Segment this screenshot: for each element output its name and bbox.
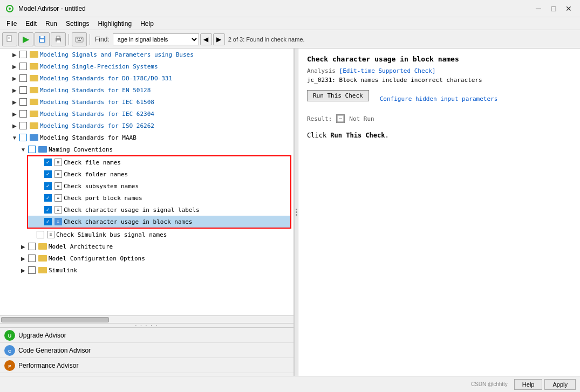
checkbox-6[interactable]	[19, 122, 27, 129]
expand-icon-16[interactable]: ▶	[19, 243, 27, 250]
expand-icon-2[interactable]: ▶	[11, 74, 18, 82]
doc-icon-11: ≡	[54, 182, 62, 190]
h-scroll-thumb[interactable]	[1, 317, 109, 322]
close-button[interactable]: ✕	[562, 3, 576, 14]
menu-highlighting[interactable]: Highlighting	[93, 19, 136, 29]
checkbox-14[interactable]	[44, 218, 52, 225]
checkbox-17[interactable]	[28, 255, 36, 262]
checkbox-4[interactable]	[19, 98, 27, 106]
expand-icon-17[interactable]: ▶	[19, 255, 27, 262]
find-result: 2 of 3: Found in check name.	[228, 36, 305, 43]
upgrade-advisor-icon: U	[4, 330, 15, 341]
menu-edit[interactable]: Edit	[21, 19, 41, 29]
expand-icon-3[interactable]: ▶	[11, 86, 18, 94]
checkbox-2[interactable]	[19, 74, 27, 82]
new-button[interactable]	[2, 32, 17, 46]
tree-item-3[interactable]: ▶ Modeling Standards for EN 50128	[0, 84, 294, 96]
folder-icon-18	[38, 267, 47, 273]
checkbox-3[interactable]	[19, 86, 27, 94]
checkbox-10[interactable]	[44, 170, 52, 178]
checkbox-12[interactable]	[44, 194, 52, 202]
svg-rect-15	[78, 40, 81, 41]
checkbox-18[interactable]	[28, 266, 36, 274]
run-this-check-button[interactable]: Run This Check	[307, 90, 369, 101]
print-button[interactable]	[51, 32, 66, 46]
expand-icon-7[interactable]: ▼	[11, 134, 18, 141]
checkbox-16[interactable]	[28, 243, 36, 250]
upgrade-advisor-item[interactable]: U Upgrade Advisor	[0, 328, 294, 343]
tree-item-18[interactable]: ▶ Simulink	[0, 264, 294, 276]
check-title: Check character usage in block names	[307, 55, 571, 63]
checkbox-8[interactable]	[28, 146, 36, 153]
menu-file[interactable]: File	[2, 19, 21, 29]
checkbox-7[interactable]	[19, 134, 27, 141]
expand-icon-5[interactable]: ▶	[11, 110, 18, 118]
expand-icon-18[interactable]: ▶	[19, 266, 27, 274]
code-gen-advisor-item[interactable]: C Code Generation Advisor	[0, 343, 294, 358]
expand-icon-1[interactable]: ▶	[11, 63, 18, 70]
toolbar-separator-1	[69, 34, 69, 45]
code-gen-advisor-icon: C	[4, 345, 15, 356]
tree-item-6[interactable]: ▶ Modeling Standards for ISO 26262	[0, 120, 294, 132]
tree-item-8[interactable]: ▼ Naming Conventions	[0, 143, 294, 155]
save-button[interactable]	[35, 32, 50, 46]
tree-label-13: Check character usage in signal labels	[64, 207, 200, 214]
perf-advisor-item[interactable]: P Performance Advisor	[0, 358, 294, 373]
tree-item-11[interactable]: ▶ ≡ Check subsystem names	[28, 180, 290, 192]
checkbox-9[interactable]	[44, 159, 52, 166]
tree-item-17[interactable]: ▶ Model Configuration Options	[0, 252, 294, 264]
folder-icon-16	[38, 243, 47, 250]
tree-item-12[interactable]: ▶ ≡ Check port block names	[28, 192, 290, 204]
expand-icon-4[interactable]: ▶	[11, 98, 18, 106]
help-button[interactable]: Help	[514, 379, 543, 390]
checkbox-1[interactable]	[19, 63, 27, 70]
expand-icon-6[interactable]: ▶	[11, 122, 18, 129]
expand-icon-0[interactable]: ▶	[11, 51, 18, 58]
tree-item-5[interactable]: ▶ Modeling Standards for IEC 62304	[0, 108, 294, 120]
tree-item-2[interactable]: ▶ Modeling Standards for DO-178C/DO-331	[0, 72, 294, 84]
tree-item-7[interactable]: ▼ Modeling Standards for MAAB	[0, 132, 294, 143]
checkbox-11[interactable]	[44, 182, 52, 190]
menu-settings[interactable]: Settings	[62, 19, 93, 29]
folder-icon-5	[30, 111, 38, 117]
click-run-end: .	[385, 132, 389, 139]
keyboard-button[interactable]	[72, 32, 87, 46]
tree-item-16[interactable]: ▶ Model Architecture	[0, 240, 294, 252]
tree-item-14[interactable]: ▶ ≡ Check character usage in block names	[28, 216, 290, 228]
tree-label-6: Modeling Standards for ISO 26262	[40, 122, 154, 129]
maximize-button[interactable]: □	[547, 3, 561, 14]
checkbox-5[interactable]	[19, 110, 27, 118]
menu-run[interactable]: Run	[41, 19, 62, 29]
tree-item-4[interactable]: ▶ Modeling Standards for IEC 61508	[0, 96, 294, 108]
run-button[interactable]: ▶	[18, 32, 33, 46]
drag-handle[interactable]: · · · · ·	[0, 323, 294, 327]
tree-item-10[interactable]: ▶ ≡ Check folder names	[28, 168, 290, 180]
tree-item-9[interactable]: ▶ ≡ Check file names	[28, 156, 290, 168]
expand-icon-8[interactable]: ▼	[19, 146, 27, 153]
tree-label-0: Modeling Signals and Parameters using Bu…	[40, 51, 194, 58]
tree-item-0[interactable]: ▶ Modeling Signals and Parameters using …	[0, 49, 294, 60]
tree-area[interactable]: ▶ Modeling Signals and Parameters using …	[0, 49, 294, 315]
tree-item-13[interactable]: ▶ ≡ Check character usage in signal labe…	[28, 204, 290, 216]
configure-link[interactable]: Configure hidden input parameters	[380, 95, 498, 102]
tree-label-18: Simulink	[49, 267, 77, 274]
menu-help[interactable]: Help	[136, 19, 158, 29]
menu-bar: File Edit Run Settings Highlighting Help	[0, 17, 580, 30]
find-prev-button[interactable]: ◀	[200, 33, 212, 45]
find-dropdown[interactable]: age in signal labels	[113, 33, 199, 45]
tree-item-1[interactable]: ▶ Modeling Single-Precision Systems	[0, 60, 294, 72]
analysis-line: Analysis [Edit-time Supported Check]	[307, 67, 571, 74]
status-bar: CSDN @chhtty Help Apply	[0, 376, 580, 392]
minimize-button[interactable]: ─	[531, 3, 545, 14]
selection-box: ▶ ≡ Check file names ▶ ≡ Check folder na…	[27, 155, 291, 229]
tree-label-11: Check subsystem names	[64, 183, 139, 190]
advisors-panel: U Upgrade Advisor C Code Generation Advi…	[0, 327, 294, 376]
checkbox-13[interactable]	[44, 206, 52, 214]
checkbox-0[interactable]	[19, 51, 27, 58]
svg-text:U: U	[8, 333, 12, 339]
find-next-button[interactable]: ▶	[213, 33, 225, 45]
apply-button[interactable]: Apply	[544, 379, 576, 390]
vertical-resize-handle[interactable]	[294, 49, 298, 376]
checkbox-15[interactable]	[37, 231, 44, 238]
tree-item-15[interactable]: ▶ ≡ Check Simulink bus signal names	[0, 229, 294, 240]
